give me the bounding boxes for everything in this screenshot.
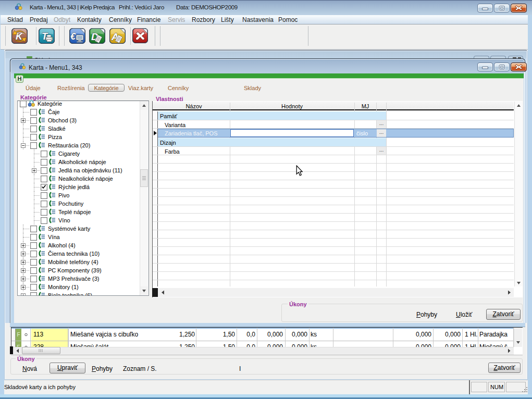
svg-text:€: € (70, 31, 76, 42)
